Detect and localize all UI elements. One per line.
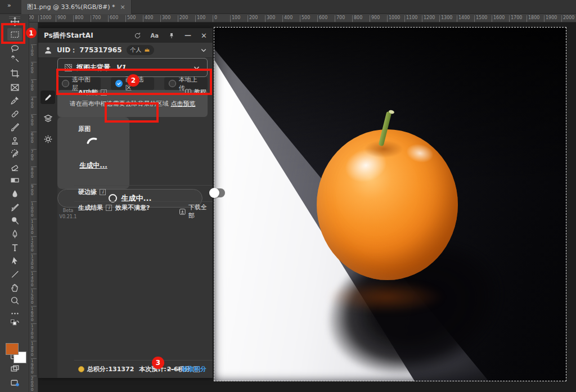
ruler-label: 100 bbox=[195, 15, 205, 22]
ruler-label: 500 bbox=[300, 15, 310, 22]
path-select-icon bbox=[10, 256, 20, 265]
pen-tool[interactable] bbox=[7, 228, 22, 240]
info-icon: i bbox=[100, 189, 106, 195]
tab-bar: » 图1.png @ 33.6%(RGB/8#) * × bbox=[0, 0, 576, 14]
download-all-link[interactable]: 下载全部 bbox=[179, 203, 213, 220]
ruler-label: 0 bbox=[213, 15, 217, 22]
spot-heal-icon bbox=[10, 109, 20, 119]
coin-icon bbox=[78, 366, 84, 372]
ruler-label: 1500 bbox=[474, 15, 487, 22]
ruler-label: 900 bbox=[31, 184, 37, 196]
magic-wand-tool[interactable] bbox=[7, 53, 22, 65]
ruler-label: 200 bbox=[31, 62, 37, 74]
ruler-label: 1900 bbox=[544, 15, 557, 22]
brush-tool[interactable] bbox=[7, 121, 22, 133]
ruler-label: 200 bbox=[248, 15, 258, 22]
plugin-titlebar: Ps插件StartAI Aa — ✕ bbox=[38, 28, 213, 43]
chevron-down-icon[interactable] bbox=[200, 47, 207, 53]
eraser-icon bbox=[10, 163, 20, 172]
generation-loading-card: 生成中... bbox=[57, 117, 129, 189]
hard-edge-label: 硬边缘 bbox=[78, 188, 97, 196]
ruler-label: 1400 bbox=[457, 15, 470, 22]
hand-tool[interactable] bbox=[7, 281, 22, 294]
dodge-tool[interactable] bbox=[7, 214, 22, 227]
smudge-icon bbox=[10, 202, 20, 212]
document-canvas[interactable] bbox=[214, 27, 566, 381]
source-label: 原图 bbox=[78, 125, 91, 133]
photoshop-window: » 图1.png @ 33.6%(RGB/8#) * × 11001000900… bbox=[0, 0, 576, 392]
pencil-icon bbox=[43, 93, 53, 102]
ruler-label: 1800 bbox=[31, 341, 37, 357]
eyedropper-tool[interactable] bbox=[7, 94, 22, 106]
ruler-label: 600 bbox=[317, 15, 327, 22]
smudge-tool[interactable] bbox=[7, 201, 22, 213]
magic-wand-icon bbox=[10, 55, 20, 64]
ruler-label: 1100 bbox=[31, 219, 37, 235]
path-select-tool[interactable] bbox=[7, 254, 22, 267]
history-brush-tool[interactable] bbox=[7, 147, 22, 160]
tools-panel bbox=[0, 14, 29, 392]
swap-colors-button[interactable] bbox=[7, 317, 22, 330]
pin-icon[interactable] bbox=[168, 32, 175, 39]
hard-edge-toggle[interactable] bbox=[209, 188, 225, 197]
ruler-label: 1600 bbox=[31, 306, 37, 322]
annotation-badge-3: 3 bbox=[152, 357, 164, 369]
type-tool[interactable] bbox=[7, 241, 22, 254]
ruler-label: 1700 bbox=[31, 323, 37, 339]
user-icon bbox=[44, 46, 52, 55]
ruler-label: 1300 bbox=[31, 254, 37, 269]
ruler-label: 300 bbox=[160, 15, 170, 22]
crop-tool[interactable] bbox=[7, 67, 22, 79]
plugin-nav-gear[interactable] bbox=[40, 132, 55, 146]
ruler-label: 800 bbox=[31, 166, 37, 179]
screen-mode-button[interactable] bbox=[7, 362, 22, 375]
annotation-badge-1: 1 bbox=[26, 28, 37, 38]
ruler-label: 1100 bbox=[404, 15, 417, 22]
hand-icon bbox=[10, 283, 20, 292]
close-icon[interactable]: ✕ bbox=[201, 31, 207, 40]
font-size-icon[interactable]: Aa bbox=[151, 33, 159, 39]
document-tab[interactable]: 图1.png @ 33.6%(RGB/8#) * × bbox=[21, 0, 132, 14]
pen-icon bbox=[10, 229, 20, 239]
annotation-box-3 bbox=[105, 102, 159, 123]
slice-tool[interactable] bbox=[7, 81, 22, 93]
info-icon: i bbox=[106, 205, 112, 211]
more-icon bbox=[10, 309, 20, 318]
line-icon bbox=[10, 269, 20, 279]
ruler-label: 1200 bbox=[422, 15, 435, 22]
minimize-icon[interactable]: — bbox=[184, 31, 191, 39]
zoom-tool[interactable] bbox=[7, 294, 22, 307]
gradient-icon bbox=[10, 175, 20, 185]
vertical-ruler: 1002003004005006007008009001000110012001… bbox=[29, 22, 38, 392]
spot-heal-tool[interactable] bbox=[7, 107, 22, 120]
total-credits: 总积分:131372 bbox=[87, 365, 134, 373]
external-button[interactable] bbox=[7, 376, 22, 389]
ruler-label: 1000 bbox=[31, 201, 37, 217]
refresh-icon[interactable] bbox=[134, 32, 141, 39]
gradient-tool[interactable] bbox=[7, 174, 22, 186]
foreground-color-swatch[interactable] bbox=[6, 343, 19, 355]
ruler-label: 1700 bbox=[509, 15, 522, 22]
lasso-icon bbox=[10, 44, 20, 53]
tab-close-icon[interactable]: × bbox=[120, 3, 125, 11]
result-label: 生成结果 bbox=[78, 204, 103, 212]
ruler-label: 2000 bbox=[561, 15, 574, 22]
get-credits-link[interactable]: 获取积分 bbox=[182, 365, 206, 373]
line-tool[interactable] bbox=[7, 268, 22, 280]
external-icon bbox=[10, 378, 20, 388]
type-icon bbox=[10, 243, 20, 253]
eraser-tool[interactable] bbox=[7, 161, 22, 173]
plugin-nav-layers[interactable] bbox=[40, 111, 55, 125]
blur-tool[interactable] bbox=[7, 187, 22, 200]
download-icon bbox=[179, 208, 186, 215]
ruler-label: 900 bbox=[56, 15, 66, 22]
ruler-label: 1000 bbox=[38, 15, 51, 22]
clone-stamp-tool[interactable] bbox=[7, 134, 22, 147]
preview-link[interactable]: 点击预览 bbox=[171, 100, 196, 108]
ruler-label: 1800 bbox=[526, 15, 539, 22]
plugin-nav-pencil[interactable] bbox=[40, 91, 55, 104]
ruler-label: 700 bbox=[91, 15, 101, 22]
panel-overflow-icon[interactable]: » bbox=[7, 2, 11, 9]
ruler-label: 400 bbox=[31, 97, 37, 109]
account-type-badge[interactable]: 个人 bbox=[127, 45, 154, 55]
